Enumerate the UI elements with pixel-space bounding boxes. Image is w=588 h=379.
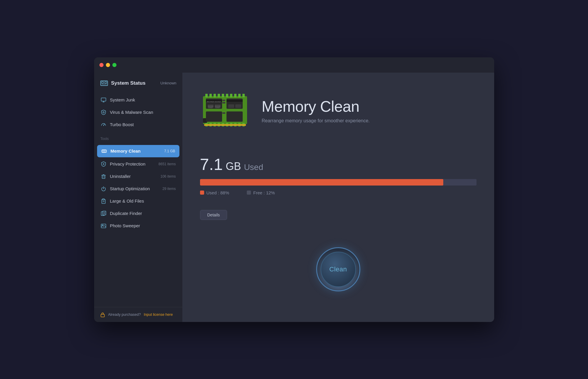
svg-rect-73 (206, 111, 222, 122)
system-status-icon (100, 79, 108, 87)
svg-rect-4 (101, 98, 106, 101)
main-content: System Status Unknown System Junk (94, 73, 494, 322)
legend-dot-used (200, 191, 204, 195)
memory-unit: GB (226, 160, 241, 173)
sidebar-item-duplicate-finder[interactable]: Duplicate Finder (94, 207, 182, 220)
svg-text:99U54E8-016AEF: 99U54E8-016AEF (206, 101, 221, 103)
files-icon (101, 198, 106, 204)
clean-button[interactable]: Clean (316, 247, 360, 291)
sidebar-item-uninstaller[interactable]: Uninstaller 106 items (94, 170, 182, 183)
sidebar-item-system-junk[interactable]: System Junk (94, 94, 182, 106)
svg-rect-39 (205, 94, 208, 97)
svg-rect-44 (226, 94, 228, 97)
svg-rect-42 (218, 94, 220, 97)
details-button[interactable]: Details (200, 210, 227, 220)
ram-icon-container: 99U54E8-016AEF 99U5469 016AEF 99U5469 01… (200, 87, 250, 134)
svg-rect-40 (209, 94, 212, 97)
sidebar-item-count: 7.1 GB (164, 149, 175, 153)
app-window: System Status Unknown System Junk (94, 57, 494, 322)
progress-bar (200, 179, 443, 186)
tools-section: Memory Clean 7.1 GB Privacy Protection 8… (94, 143, 182, 234)
svg-rect-75 (222, 100, 225, 101)
svg-rect-43 (222, 94, 224, 97)
svg-rect-74 (226, 111, 243, 122)
close-button[interactable] (99, 63, 104, 67)
sidebar-item-large-old-files[interactable]: Large & Old Files (94, 195, 182, 207)
sidebar-title-group: System Status (100, 79, 146, 87)
svg-rect-46 (234, 94, 236, 97)
power-icon (101, 186, 106, 192)
photo-icon (101, 223, 106, 229)
svg-rect-48 (242, 94, 245, 97)
sidebar-item-label: Startup Optimization (110, 186, 159, 191)
svg-rect-77 (222, 112, 225, 114)
license-link[interactable]: Input license here (144, 313, 173, 317)
sidebar-item-label: Large & Old Files (110, 198, 176, 203)
minimize-button[interactable] (106, 63, 110, 67)
sidebar-item-label: System Junk (110, 97, 176, 102)
svg-text:016AEF: 016AEF (215, 107, 220, 108)
privacy-icon (101, 161, 106, 167)
footer-text: Already purchased? (108, 313, 141, 317)
content-area: 99U54E8-016AEF 99U5469 016AEF 99U5469 01… (182, 73, 494, 322)
svg-rect-78 (204, 124, 246, 126)
svg-rect-24 (102, 175, 105, 178)
memory-usage-label: 7.1 GB Used (200, 155, 477, 174)
legend-used-text: Used : 88% (206, 190, 229, 195)
svg-rect-37 (101, 314, 104, 317)
status-badge: Unknown (160, 81, 176, 85)
duplicate-icon (101, 211, 106, 216)
svg-rect-76 (222, 102, 225, 103)
svg-rect-45 (230, 94, 232, 97)
sidebar: System Status Unknown System Junk (94, 73, 182, 322)
sidebar-item-label: Privacy Protection (110, 161, 155, 166)
memory-value: 7.1 (200, 155, 223, 174)
sidebar-item-memory-clean[interactable]: Memory Clean 7.1 GB (97, 145, 179, 157)
memory-icon (101, 148, 107, 154)
svg-rect-47 (238, 94, 241, 97)
progress-container (200, 179, 477, 186)
clean-button-label: Clean (329, 266, 347, 273)
sidebar-item-turbo-boost[interactable]: Turbo Boost (94, 118, 182, 131)
hero-title: Memory Clean (262, 98, 370, 115)
hero-text: Memory Clean Rearrange memory usage for … (262, 98, 370, 123)
svg-rect-70 (226, 100, 243, 102)
traffic-lights (99, 63, 116, 67)
sidebar-item-label: Duplicate Finder (110, 211, 176, 216)
sidebar-item-label: Photo Sweeper (110, 223, 176, 228)
sidebar-item-label: Memory Clean (111, 148, 161, 153)
legend-free: Free : 12% (247, 190, 275, 195)
ram-chip-icon: 99U54E8-016AEF 99U5469 016AEF 99U5469 01… (200, 87, 250, 133)
sidebar-item-label: Uninstaller (110, 174, 157, 179)
sidebar-item-label: Virus & Malware Scan (110, 110, 176, 115)
monitor-icon (101, 97, 106, 103)
stats-section: 7.1 GB Used Used : 88% Free : 12% (182, 146, 494, 210)
svg-rect-72 (235, 104, 241, 108)
lock-icon (100, 312, 105, 317)
sidebar-item-startup-optimization[interactable]: Startup Optimization 29 items (94, 183, 182, 195)
sidebar-item-virus-malware[interactable]: Virus & Malware Scan (94, 106, 182, 118)
trash-icon (101, 173, 106, 179)
svg-rect-71 (228, 104, 234, 108)
nav-section: System Junk Virus & Malware Scan (94, 92, 182, 133)
hero-section: 99U54E8-016AEF 99U5469 016AEF 99U5469 01… (182, 73, 494, 146)
speedometer-icon (101, 122, 106, 128)
maximize-button[interactable] (112, 63, 116, 67)
memory-used-label: Used (244, 163, 263, 172)
clean-button-inner: Clean (321, 252, 356, 287)
legend-free-text: Free : 12% (253, 190, 275, 195)
svg-point-7 (103, 111, 104, 113)
details-section: Details (182, 210, 494, 226)
sidebar-item-count: 8651 items (159, 162, 176, 166)
sidebar-item-label: Turbo Boost (110, 122, 176, 127)
sidebar-item-photo-sweeper[interactable]: Photo Sweeper (94, 220, 182, 232)
svg-rect-41 (214, 94, 216, 97)
sidebar-footer: Already purchased? Input license here (94, 307, 182, 322)
sidebar-item-privacy-protection[interactable]: Privacy Protection 8651 items (94, 158, 182, 170)
svg-point-23 (103, 163, 104, 165)
legend-dot-free (247, 191, 251, 195)
sidebar-item-count: 106 items (160, 174, 176, 178)
svg-rect-2 (105, 82, 107, 83)
sidebar-header: System Status Unknown (94, 73, 182, 92)
svg-point-9 (103, 125, 104, 126)
